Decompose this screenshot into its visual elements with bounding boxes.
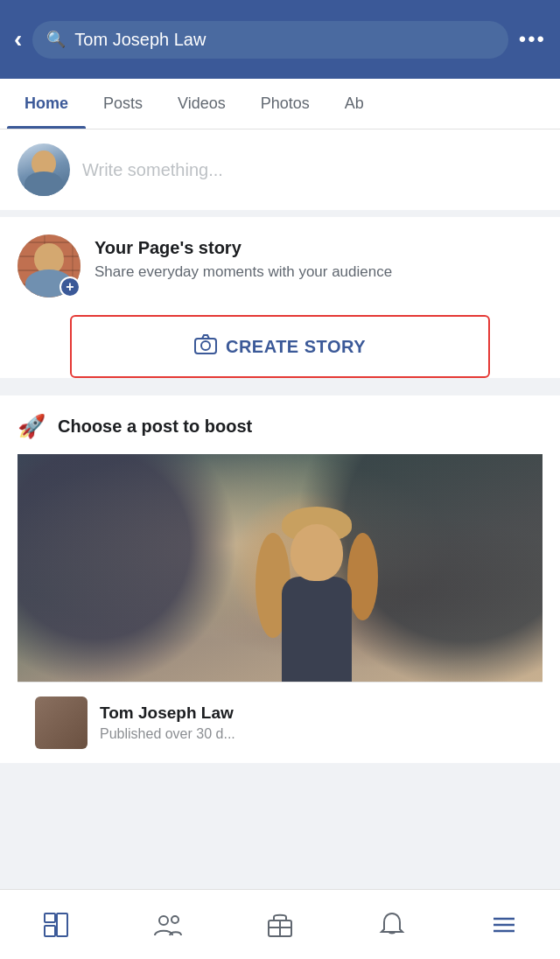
story-subtitle: Share everyday moments with your audienc… xyxy=(94,262,542,283)
post-author-name: Tom Joseph Law xyxy=(100,704,525,723)
nav-marketplace[interactable] xyxy=(254,899,306,951)
nav-notifications[interactable] xyxy=(366,899,418,951)
svg-point-6 xyxy=(172,916,178,923)
avatar-body xyxy=(24,172,63,196)
tab-photos[interactable]: Photos xyxy=(243,79,327,129)
post-date: Published over 30 d... xyxy=(100,726,525,742)
tab-home[interactable]: Home xyxy=(7,79,86,129)
post-avatar-thumb xyxy=(35,696,88,749)
user-avatar-small xyxy=(18,144,70,196)
boost-title: Choose a post to boost xyxy=(58,416,252,437)
plus-badge: + xyxy=(60,276,80,298)
story-title: Your Page's story xyxy=(94,238,542,258)
nav-tabs: Home Posts Videos Photos Ab xyxy=(0,79,560,130)
woman-figure xyxy=(256,507,378,682)
create-story-label: CREATE STORY xyxy=(226,337,366,357)
more-options-button[interactable]: ••• xyxy=(519,27,546,52)
story-header: + Your Page's story Share everyday momen… xyxy=(18,234,542,298)
back-button[interactable]: ‹ xyxy=(14,25,22,53)
story-text-block: Your Page's story Share everyday moments… xyxy=(94,234,542,283)
face xyxy=(290,524,343,581)
bottom-navigation xyxy=(0,889,560,959)
search-icon: 🔍 xyxy=(46,30,66,49)
nav-home[interactable] xyxy=(30,899,82,951)
hair-right xyxy=(347,533,378,620)
tab-videos[interactable]: Videos xyxy=(160,79,243,129)
rocket-icon: 🚀 xyxy=(18,413,46,440)
search-text: Tom Joseph Law xyxy=(74,30,206,50)
svg-rect-4 xyxy=(57,914,67,936)
svg-rect-3 xyxy=(45,926,55,936)
camera-icon xyxy=(194,332,217,360)
boost-section: 🚀 Choose a post to boost Tom Joseph Law … xyxy=(0,396,560,763)
svg-rect-2 xyxy=(45,914,55,922)
tab-posts[interactable]: Posts xyxy=(86,79,160,129)
tab-about[interactable]: Ab xyxy=(327,79,382,129)
boost-post-image[interactable] xyxy=(18,454,542,682)
svg-point-1 xyxy=(201,341,210,350)
nav-friends[interactable] xyxy=(142,899,194,951)
header: ‹ 🔍 Tom Joseph Law ••• xyxy=(0,0,560,79)
create-story-button[interactable]: CREATE STORY xyxy=(70,315,490,378)
post-info: Tom Joseph Law Published over 30 d... xyxy=(100,704,525,742)
post-preview: Tom Joseph Law Published over 30 d... xyxy=(18,682,542,763)
search-bar[interactable]: 🔍 Tom Joseph Law xyxy=(32,21,508,59)
body xyxy=(282,577,352,682)
post-input[interactable]: Write something... xyxy=(82,160,223,180)
post-avatar-bg xyxy=(35,696,88,749)
page-avatar-wrapper: + xyxy=(18,234,80,298)
post-box: Write something... xyxy=(0,130,560,210)
svg-point-5 xyxy=(159,916,168,925)
story-section: + Your Page's story Share everyday momen… xyxy=(0,217,560,378)
boost-header: 🚀 Choose a post to boost xyxy=(18,413,542,440)
nav-menu[interactable] xyxy=(478,899,530,951)
